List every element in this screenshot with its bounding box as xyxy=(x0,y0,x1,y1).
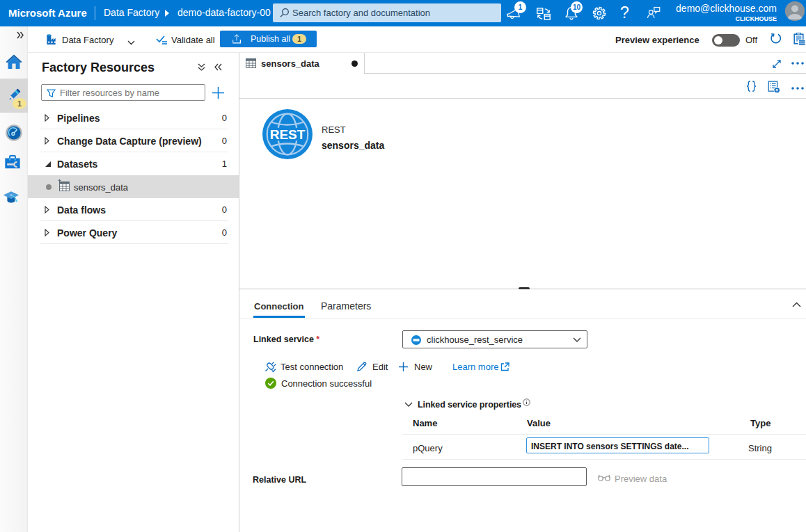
svg-text:REST: REST xyxy=(270,127,306,142)
